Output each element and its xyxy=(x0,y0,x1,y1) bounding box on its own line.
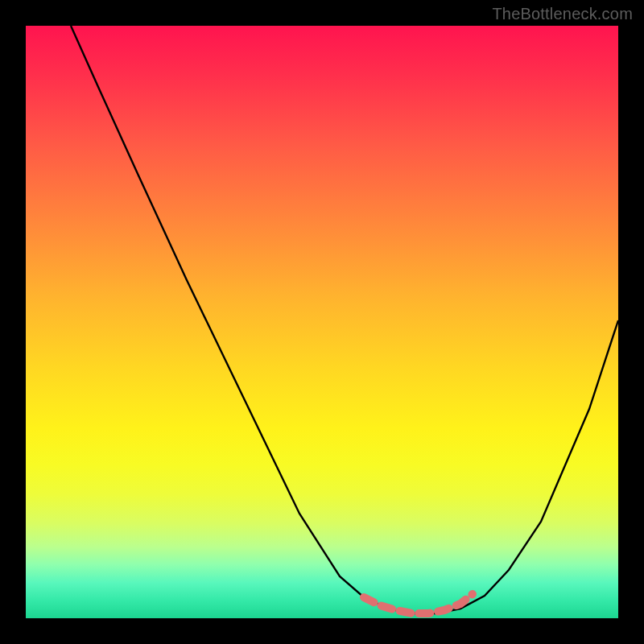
curve-path xyxy=(71,26,618,613)
watermark-text: TheBottleneck.com xyxy=(492,5,633,23)
chart-frame: TheBottleneck.com xyxy=(0,0,644,644)
chart-svg xyxy=(26,26,618,618)
plot-area xyxy=(26,26,618,618)
trough-marker-path xyxy=(364,594,473,613)
